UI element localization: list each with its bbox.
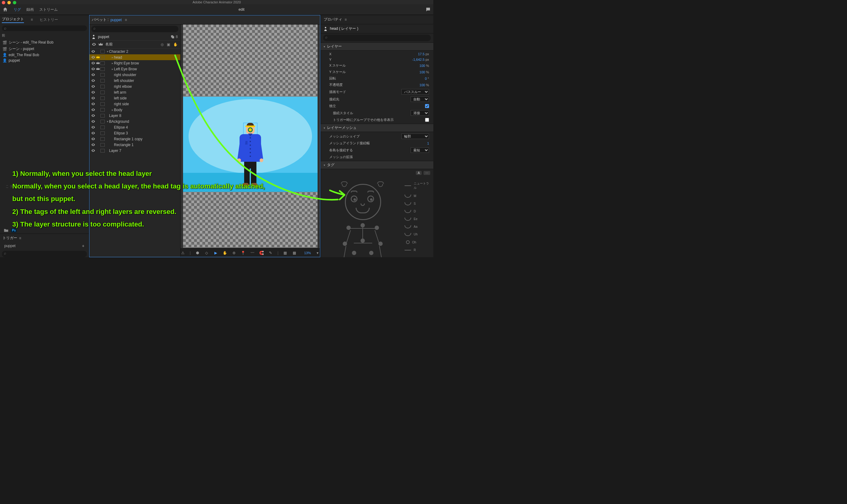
prop-independent-checkbox[interactable] — [425, 104, 429, 108]
visibility-toggle[interactable] — [91, 67, 95, 71]
shape-tool-icon[interactable]: ◇ — [204, 250, 209, 255]
prop-x-value[interactable]: 17.5 — [418, 52, 424, 56]
arrow-tool-icon[interactable]: ▶ — [213, 250, 218, 255]
hierarchy-row[interactable]: Layer 7 — [89, 148, 180, 154]
warning-tool-icon[interactable]: ⚠ — [181, 250, 186, 255]
hierarchy-row[interactable]: right shoulder — [89, 72, 180, 78]
project-item[interactable]: 👤edit_The Real Bob — [0, 52, 89, 58]
grid-tool-icon[interactable]: ▦ — [283, 250, 288, 255]
crown-toggle[interactable] — [95, 61, 101, 66]
expand-arrow[interactable]: ▸ — [111, 68, 114, 71]
rig-right-brow[interactable] — [367, 191, 374, 193]
tab-rig[interactable]: リグ — [14, 7, 21, 12]
hierarchy-row[interactable]: Rectangle 1 — [89, 142, 180, 148]
expand-arrow[interactable]: ▾ — [106, 120, 109, 123]
visibility-toggle[interactable] — [91, 137, 95, 141]
visibility-toggle[interactable] — [91, 96, 95, 101]
prop-xscale-value[interactable]: 100 — [420, 64, 425, 68]
prop-attachstyle-select[interactable]: 溶接 — [411, 110, 429, 116]
magnet-tool-icon[interactable]: 🧲 — [259, 250, 264, 255]
expand-arrow[interactable]: ▾ — [106, 50, 109, 53]
folder-row[interactable]: Ps — [0, 227, 89, 234]
home-icon[interactable] — [2, 7, 8, 12]
character[interactable]: + — [236, 124, 264, 186]
handle-tool-icon[interactable]: ⊚ — [232, 250, 236, 255]
rig-left-shoulder-joint[interactable] — [347, 226, 351, 230]
visibility-toggle[interactable] — [91, 55, 95, 59]
puppet-panel-value[interactable]: puppet — [110, 18, 122, 22]
prop-attach-select[interactable]: 自動 — [411, 96, 429, 102]
rig-left-elbow-joint[interactable] — [343, 241, 347, 246]
properties-menu-icon[interactable]: ≡ — [345, 18, 347, 22]
project-item[interactable]: 🎬シーン - edit_The Real Bob — [0, 39, 89, 46]
tab-history[interactable]: ヒストリー — [40, 17, 58, 22]
hierarchy-row[interactable]: Ellipse 3 — [89, 130, 180, 136]
trigger-menu-icon[interactable]: ≡ — [19, 236, 21, 240]
properties-search-input[interactable] — [323, 35, 431, 41]
rig-right-hip-joint[interactable] — [369, 251, 373, 255]
add-trigger-icon[interactable]: + — [82, 244, 85, 248]
rig-right-eye[interactable] — [367, 196, 374, 202]
maximize-window[interactable] — [13, 1, 16, 4]
close-window[interactable] — [2, 1, 5, 4]
expand-arrow[interactable]: ▸ — [111, 62, 114, 65]
prop-yscale-value[interactable]: 100 — [420, 70, 425, 74]
visibility-toggle[interactable] — [91, 120, 95, 124]
viseme-row[interactable]: S — [404, 202, 430, 205]
visibility-toggle[interactable] — [91, 131, 95, 136]
hierarchy-row[interactable]: ▸head — [89, 54, 180, 60]
mesh-island-value[interactable]: 1 — [427, 142, 429, 145]
tag-more-button[interactable] — [423, 171, 430, 175]
mesh-shape-select[interactable]: 輪郭 — [401, 133, 429, 139]
hierarchy-row[interactable]: left arm — [89, 89, 180, 95]
prop-y-value[interactable]: -1,642.5 — [412, 58, 424, 61]
rig-right-eye-closed[interactable] — [377, 181, 384, 186]
rig-left-eye-closed[interactable] — [341, 181, 348, 186]
viewport[interactable]: + ⚠ | ⬢ — [181, 24, 320, 257]
hierarchy-row[interactable]: right side — [89, 101, 180, 107]
puppet-root-label[interactable]: puppet — [98, 35, 109, 39]
project-item[interactable]: 🎬シーン - puppet — [0, 46, 89, 52]
visibility-toggle[interactable] — [91, 125, 95, 129]
visibility-toggle[interactable] — [91, 78, 95, 83]
prop-hideothers-checkbox[interactable] — [425, 118, 429, 122]
visibility-toggle[interactable] — [91, 90, 95, 94]
hierarchy-row[interactable]: Rectangle 1 copy — [89, 136, 180, 142]
visibility-toggle[interactable] — [91, 108, 95, 112]
visibility-toggle[interactable] — [91, 73, 95, 77]
viseme-row[interactable]: D — [404, 210, 430, 213]
prop-opacity-value[interactable]: 100 — [420, 83, 425, 87]
visibility-toggle[interactable] — [91, 143, 95, 147]
tab-record[interactable]: 録画 — [27, 7, 34, 12]
viseme-row[interactable]: Uh — [404, 233, 430, 236]
visibility-toggle[interactable] — [91, 50, 95, 54]
hierarchy-search-input[interactable] — [91, 26, 178, 32]
chat-icon[interactable] — [425, 7, 431, 12]
hierarchy-row[interactable]: ▾BAckground — [89, 119, 180, 124]
hierarchy-row[interactable]: ▸Right Eye brow — [89, 60, 180, 66]
prop-rotation-value[interactable]: 0 — [425, 77, 427, 80]
visibility-toggle[interactable] — [91, 85, 95, 89]
rig-left-eye[interactable] — [351, 196, 357, 202]
rig-left-hip-joint[interactable] — [352, 251, 356, 255]
hierarchy-row[interactable]: Ellipse 4 — [89, 124, 180, 130]
hierarchy-row[interactable]: ▸Body — [89, 107, 180, 113]
rig-right-elbow-joint[interactable] — [378, 241, 383, 246]
project-item[interactable]: 👤puppet — [0, 58, 89, 63]
rig-figure[interactable] — [328, 181, 395, 257]
hierarchy-search[interactable] — [91, 26, 178, 32]
visibility-toggle[interactable] — [91, 113, 95, 118]
stick-tool-icon[interactable]: ✎ — [268, 250, 273, 255]
prop-drawmode-select[interactable]: パススルー — [401, 89, 429, 94]
zoom-level[interactable]: 13% — [304, 251, 311, 255]
project-menu-icon[interactable]: ≡ — [31, 18, 33, 22]
photoshop-badge[interactable]: Ps — [11, 228, 17, 232]
rig-right-shoulder-joint[interactable] — [375, 226, 379, 230]
section-mesh[interactable]: ▾レイヤーメッシュ — [321, 124, 433, 132]
hand-tool-icon[interactable]: ✋ — [222, 250, 227, 255]
minimize-window[interactable] — [7, 1, 11, 4]
zoom-dropdown-icon[interactable]: ▾ — [315, 250, 320, 255]
viseme-row[interactable]: Oh — [406, 240, 429, 244]
trigger-search[interactable] — [2, 251, 87, 257]
properties-search[interactable] — [323, 35, 431, 41]
